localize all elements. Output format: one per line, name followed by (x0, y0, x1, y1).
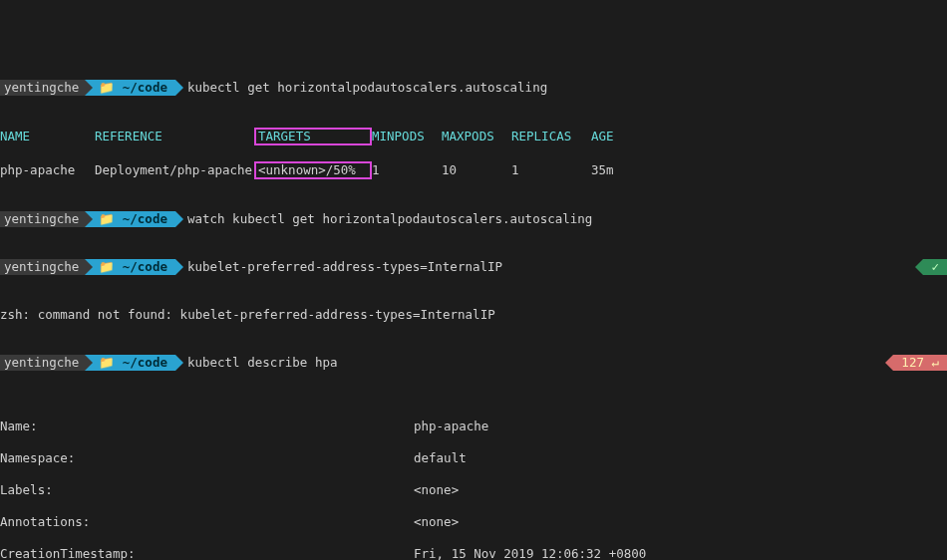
prompt-path: 📁 ~/code (85, 80, 175, 96)
prompt-user: yentingche (0, 80, 85, 96)
command-4: kubectl describe hpa (175, 355, 338, 371)
prompt-line-2[interactable]: yentingche 📁 ~/code watch kubectl get ho… (0, 211, 947, 227)
status-err-badge: 127 ↵ (893, 355, 947, 371)
prompt-path: 📁 ~/code (85, 355, 175, 371)
prompt-path: 📁 ~/code (85, 211, 175, 227)
describe-output: Name:php-apache Namespace:default Labels… (0, 403, 947, 560)
command-3: kubelet-preferred-address-types=Internal… (175, 259, 502, 275)
prompt-user: yentingche (0, 211, 85, 227)
hpa-data-row: php-apacheDeployment/php-apache<unknown>… (0, 161, 947, 179)
command-1: kubectl get horizontalpodautoscalers.aut… (175, 80, 547, 96)
hpa-header-targets: TARGETS (258, 130, 368, 143)
prompt-line-3[interactable]: yentingche 📁 ~/code kubelet-preferred-ad… (0, 259, 947, 275)
zsh-error-line: zsh: command not found: kubelet-preferre… (0, 307, 947, 323)
prompt-line-1[interactable]: yentingche 📁 ~/code kubectl get horizont… (0, 80, 947, 96)
hpa-row-targets: <unknown>/50% (258, 163, 368, 177)
command-2: watch kubectl get horizontalpodautoscale… (175, 211, 592, 227)
prompt-user: yentingche (0, 259, 85, 275)
hpa-header-row: NAMEREFERENCETARGETSMINPODSMAXPODSREPLIC… (0, 128, 947, 145)
prompt-line-4[interactable]: yentingche 📁 ~/code kubectl describe hpa… (0, 355, 947, 371)
prompt-user: yentingche (0, 355, 85, 371)
status-ok-icon: ✓ (923, 259, 947, 275)
prompt-path: 📁 ~/code (85, 259, 175, 275)
